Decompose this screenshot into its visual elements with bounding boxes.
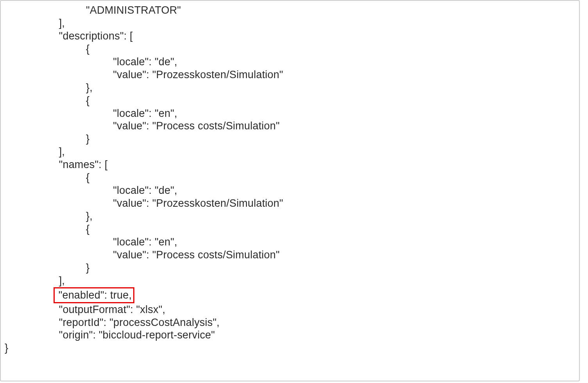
code-line: }, <box>5 210 575 223</box>
code-line: { <box>5 43 575 55</box>
code-line: }, <box>5 81 575 94</box>
code-line: "outputFormat": "xlsx", <box>5 303 575 316</box>
code-line: "locale": "de", <box>5 184 575 197</box>
code-content: "ADMINISTRATOR" ], "descriptions": [ { "… <box>1 1 579 358</box>
code-panel: "ADMINISTRATOR" ], "descriptions": [ { "… <box>0 0 580 381</box>
highlighted-line: "enabled": true, <box>54 287 134 303</box>
code-line: "names": [ <box>5 158 575 171</box>
code-line: "descriptions": [ <box>5 30 575 43</box>
code-line: } <box>5 261 575 274</box>
code-line: ], <box>5 145 575 158</box>
code-line: ], <box>5 274 575 287</box>
code-line: { <box>5 223 575 236</box>
code-line: "ADMINISTRATOR" <box>5 4 575 17</box>
code-line: "locale": "de", <box>5 55 575 68</box>
code-line: { <box>5 171 575 184</box>
code-line: ], <box>5 17 575 30</box>
code-line: } <box>5 342 575 354</box>
code-line: { <box>5 94 575 107</box>
code-line: "origin": "biccloud-report-service" <box>5 329 575 342</box>
code-line: "enabled": true, <box>5 287 575 303</box>
code-line: "value": "Prozesskosten/Simulation" <box>5 68 575 81</box>
code-line: "value": "Prozesskosten/Simulation" <box>5 197 575 210</box>
code-line: "locale": "en", <box>5 236 575 249</box>
code-line: "value": "Process costs/Simulation" <box>5 249 575 261</box>
code-line: "reportId": "processCostAnalysis", <box>5 316 575 329</box>
code-line: "locale": "en", <box>5 107 575 120</box>
code-line: } <box>5 132 575 145</box>
code-line: "value": "Process costs/Simulation" <box>5 120 575 132</box>
